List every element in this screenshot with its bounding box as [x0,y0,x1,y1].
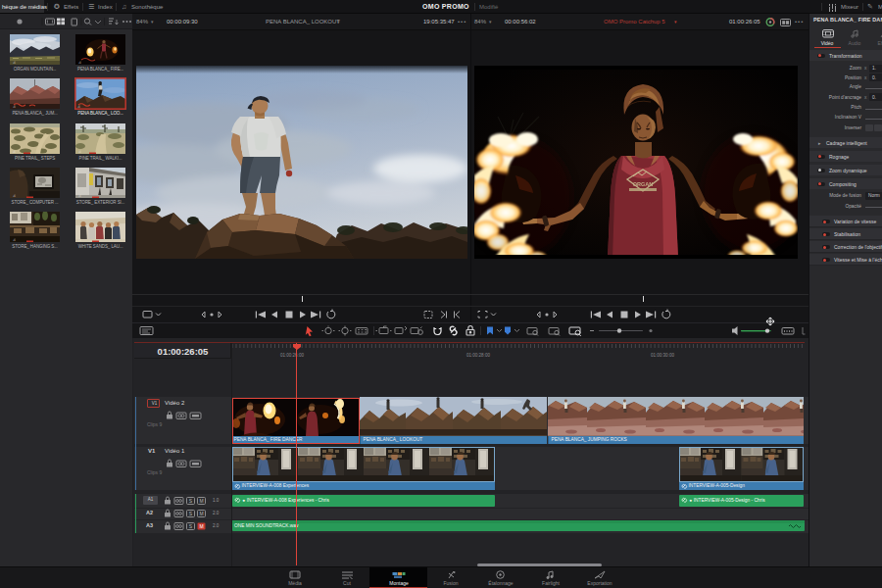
svg-text:M: M [199,498,203,504]
svg-text:♫: ♫ [78,237,81,242]
svg-text:♫: ♫ [77,104,80,109]
svg-text:M: M [199,511,203,516]
svg-text:01:00:26:00: 01:00:26:00 [280,353,304,358]
svg-text:♫: ♫ [13,149,16,154]
svg-text:ORGAN: ORGAN [633,181,654,187]
svg-text:S: S [189,511,193,516]
svg-text:♫: ♫ [13,60,16,65]
svg-text:♫: ♫ [78,193,81,198]
svg-text:♫: ♫ [78,60,81,65]
svg-text:♫: ♫ [78,149,81,154]
svg-text:♫: ♫ [13,104,16,109]
svg-text:M: M [199,523,203,529]
svg-text:01:00:28:00: 01:00:28:00 [466,353,490,358]
svg-text:S: S [189,523,193,529]
svg-text:♫: ♫ [13,193,16,198]
svg-text:01:00:30:00: 01:00:30:00 [651,353,674,358]
svg-text:S: S [189,498,193,504]
svg-text:♫: ♫ [13,237,16,242]
